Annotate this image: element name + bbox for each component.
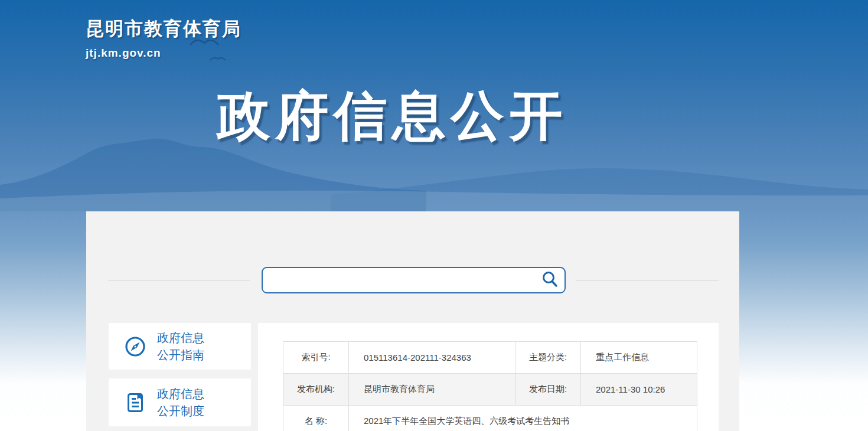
hero-banner: 昆明市教育体育局 jtj.km.gov.cn 政府信息公开 (0, 0, 868, 211)
publish-date-label: 发布日期: (515, 374, 581, 406)
article-meta-table: 索引号: 015113614-202111-324363 主题分类: 重点工作信… (283, 341, 697, 431)
index-number-label: 索引号: (283, 342, 349, 374)
table-row: 索引号: 015113614-202111-324363 主题分类: 重点工作信… (283, 342, 697, 374)
sidebar-item-label: 政府信息 公开指南 (157, 329, 204, 364)
site-domain: jtj.km.gov.cn (86, 47, 242, 60)
publisher-value: 昆明市教育体育局 (349, 374, 515, 406)
search-input[interactable] (263, 268, 535, 292)
publisher-label: 发布机构: (283, 374, 349, 406)
search-divider-left (108, 280, 250, 280)
search-divider-right (576, 280, 719, 280)
table-row: 名 称: 2021年下半年全国大学英语四、六级考试考生告知书 (283, 406, 697, 431)
sidebar-item-gov-info-guide[interactable]: 政府信息 公开指南 (109, 323, 251, 370)
search-icon (541, 270, 559, 290)
title-label: 名 称: (283, 406, 349, 431)
site-logo[interactable]: 昆明市教育体育局 jtj.km.gov.cn (86, 17, 242, 60)
document-icon (123, 391, 147, 414)
publish-date-value: 2021-11-30 10:26 (581, 374, 697, 406)
compass-icon (123, 335, 147, 358)
sidebar-item-label: 政府信息 公开制度 (157, 386, 204, 420)
page: { "site": { "name": "昆明市教育体育局", "domain"… (0, 0, 868, 431)
search-button[interactable] (535, 268, 564, 292)
page-title: 政府信息公开 (212, 80, 568, 152)
topic-category-label: 主题分类: (515, 342, 581, 374)
title-value: 2021年下半年全国大学英语四、六级考试考生告知书 (349, 406, 697, 431)
table-row: 发布机构: 昆明市教育体育局 发布日期: 2021-11-30 10:26 (283, 374, 697, 406)
sidebar-item-gov-info-system[interactable]: 政府信息 公开制度 (109, 378, 251, 426)
topic-category-value: 重点工作信息 (581, 342, 697, 374)
index-number-value: 015113614-202111-324363 (349, 342, 515, 374)
site-name: 昆明市教育体育局 (86, 17, 242, 41)
article-detail-card: 索引号: 015113614-202111-324363 主题分类: 重点工作信… (258, 323, 719, 431)
search-box (262, 267, 566, 293)
content-panel: 政府信息 公开指南 政府信息 公开制度 索引号: 01511 (86, 211, 739, 431)
